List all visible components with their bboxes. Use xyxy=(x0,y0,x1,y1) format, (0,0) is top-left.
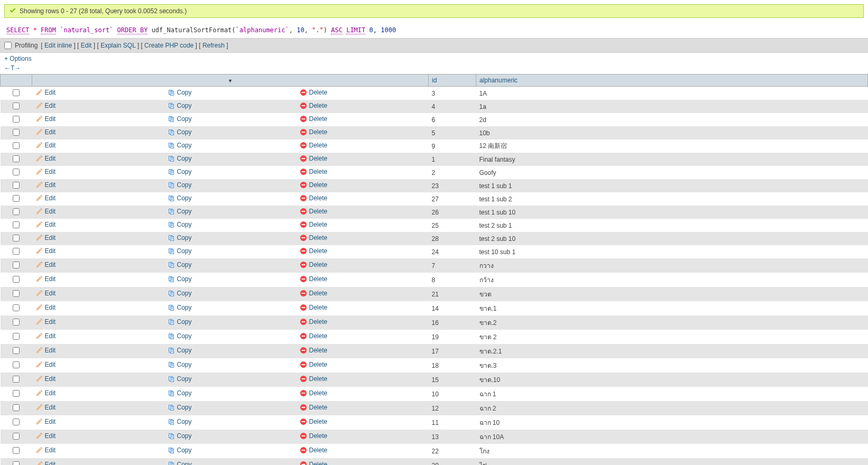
row-checkbox[interactable] xyxy=(13,155,20,162)
edit-row-button[interactable]: Edit xyxy=(35,304,56,311)
delete-row-button[interactable]: Delete xyxy=(300,142,328,149)
toolbar-link-refresh[interactable]: Refresh xyxy=(202,42,225,49)
delete-row-button[interactable]: Delete xyxy=(300,347,328,354)
options-toggle[interactable]: + Options xyxy=(0,53,36,64)
nav-right[interactable]: → xyxy=(14,64,21,72)
row-checkbox[interactable] xyxy=(13,461,20,466)
edit-row-button[interactable]: Edit xyxy=(35,447,56,454)
delete-row-button[interactable]: Delete xyxy=(300,168,328,175)
toolbar-link-edit-inline[interactable]: Edit inline xyxy=(44,42,72,49)
profiling-checkbox[interactable] xyxy=(4,42,12,49)
delete-row-button[interactable]: Delete xyxy=(300,404,328,411)
row-checkbox[interactable] xyxy=(13,290,20,297)
copy-row-button[interactable]: Copy xyxy=(168,168,192,175)
row-checkbox[interactable] xyxy=(13,361,20,368)
copy-row-button[interactable]: Copy xyxy=(168,275,192,283)
delete-row-button[interactable]: Delete xyxy=(300,128,328,136)
copy-row-button[interactable]: Copy xyxy=(168,404,192,411)
edit-row-button[interactable]: Edit xyxy=(35,128,56,136)
copy-row-button[interactable]: Copy xyxy=(168,181,192,189)
delete-row-button[interactable]: Delete xyxy=(300,208,328,215)
edit-row-button[interactable]: Edit xyxy=(35,418,56,425)
row-checkbox[interactable] xyxy=(13,390,20,397)
copy-row-button[interactable]: Copy xyxy=(168,261,192,268)
row-checkbox[interactable] xyxy=(13,182,20,189)
edit-row-button[interactable]: Edit xyxy=(35,290,56,297)
row-checkbox[interactable] xyxy=(13,89,20,96)
col-sort-indicator[interactable]: ▼ xyxy=(32,75,429,87)
copy-row-button[interactable]: Copy xyxy=(168,115,192,123)
toolbar-link-explain-sql[interactable]: Explain SQL xyxy=(100,42,135,49)
row-checkbox[interactable] xyxy=(13,433,20,440)
edit-row-button[interactable]: Edit xyxy=(35,275,56,283)
edit-row-button[interactable]: Edit xyxy=(35,194,56,202)
delete-row-button[interactable]: Delete xyxy=(300,155,328,162)
copy-row-button[interactable]: Copy xyxy=(168,89,192,96)
edit-row-button[interactable]: Edit xyxy=(35,142,56,149)
copy-row-button[interactable]: Copy xyxy=(168,128,192,136)
delete-row-button[interactable]: Delete xyxy=(300,275,328,283)
copy-row-button[interactable]: Copy xyxy=(168,194,192,202)
copy-row-button[interactable]: Copy xyxy=(168,332,192,340)
delete-row-button[interactable]: Delete xyxy=(300,332,328,340)
edit-row-button[interactable]: Edit xyxy=(35,115,56,123)
edit-row-button[interactable]: Edit xyxy=(35,461,56,465)
copy-row-button[interactable]: Copy xyxy=(168,375,192,383)
row-checkbox[interactable] xyxy=(13,418,20,425)
row-checkbox[interactable] xyxy=(13,129,20,136)
row-checkbox[interactable] xyxy=(13,142,20,149)
row-checkbox[interactable] xyxy=(13,103,20,109)
edit-row-button[interactable]: Edit xyxy=(35,375,56,383)
copy-row-button[interactable]: Copy xyxy=(168,155,192,162)
delete-row-button[interactable]: Delete xyxy=(300,247,328,255)
edit-row-button[interactable]: Edit xyxy=(35,432,56,440)
delete-row-button[interactable]: Delete xyxy=(300,194,328,202)
copy-row-button[interactable]: Copy xyxy=(168,247,192,255)
delete-row-button[interactable]: Delete xyxy=(300,418,328,425)
delete-row-button[interactable]: Delete xyxy=(300,261,328,268)
copy-row-button[interactable]: Copy xyxy=(168,389,192,397)
row-checkbox[interactable] xyxy=(13,276,20,283)
toolbar-link-create-php-code[interactable]: Create PHP code xyxy=(144,42,193,49)
col-alphanumeric[interactable]: alphanumeric xyxy=(476,75,868,87)
edit-row-button[interactable]: Edit xyxy=(35,318,56,326)
row-checkbox[interactable] xyxy=(13,333,20,340)
row-checkbox[interactable] xyxy=(13,169,20,175)
delete-row-button[interactable]: Delete xyxy=(300,318,328,326)
delete-row-button[interactable]: Delete xyxy=(300,234,328,241)
copy-row-button[interactable]: Copy xyxy=(168,221,192,228)
row-checkbox[interactable] xyxy=(13,208,20,215)
edit-row-button[interactable]: Edit xyxy=(35,181,56,189)
copy-row-button[interactable]: Copy xyxy=(168,208,192,215)
edit-row-button[interactable]: Edit xyxy=(35,361,56,368)
copy-row-button[interactable]: Copy xyxy=(168,432,192,440)
row-checkbox[interactable] xyxy=(13,195,20,202)
row-checkbox[interactable] xyxy=(13,447,20,454)
delete-row-button[interactable]: Delete xyxy=(300,447,328,454)
delete-row-button[interactable]: Delete xyxy=(300,102,328,109)
edit-row-button[interactable]: Edit xyxy=(35,389,56,397)
edit-row-button[interactable]: Edit xyxy=(35,247,56,255)
row-checkbox[interactable] xyxy=(13,376,20,383)
delete-row-button[interactable]: Delete xyxy=(300,115,328,123)
copy-row-button[interactable]: Copy xyxy=(168,418,192,425)
copy-row-button[interactable]: Copy xyxy=(168,447,192,454)
row-checkbox[interactable] xyxy=(13,248,20,255)
copy-row-button[interactable]: Copy xyxy=(168,318,192,326)
delete-row-button[interactable]: Delete xyxy=(300,304,328,311)
delete-row-button[interactable]: Delete xyxy=(300,389,328,397)
edit-row-button[interactable]: Edit xyxy=(35,347,56,354)
edit-row-button[interactable]: Edit xyxy=(35,89,56,96)
edit-row-button[interactable]: Edit xyxy=(35,102,56,109)
copy-row-button[interactable]: Copy xyxy=(168,102,192,109)
edit-row-button[interactable]: Edit xyxy=(35,208,56,215)
delete-row-button[interactable]: Delete xyxy=(300,461,328,465)
row-checkbox[interactable] xyxy=(13,262,20,268)
delete-row-button[interactable]: Delete xyxy=(300,181,328,189)
row-checkbox[interactable] xyxy=(13,319,20,326)
row-checkbox[interactable] xyxy=(13,404,20,411)
copy-row-button[interactable]: Copy xyxy=(168,142,192,149)
copy-row-button[interactable]: Copy xyxy=(168,304,192,311)
edit-row-button[interactable]: Edit xyxy=(35,155,56,162)
row-checkbox[interactable] xyxy=(13,347,20,354)
